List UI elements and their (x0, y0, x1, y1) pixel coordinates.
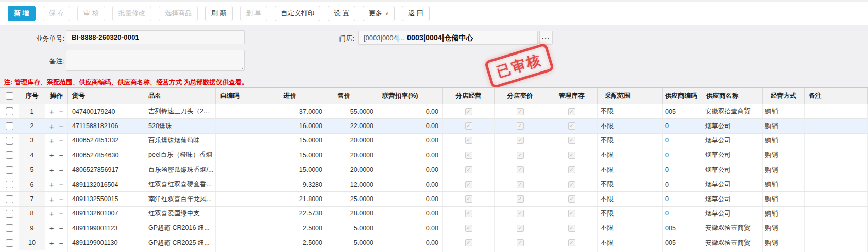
custom-code-cell (216, 104, 273, 118)
manage-inv-cell: ✓ (546, 134, 598, 148)
col-header-custom_code[interactable]: 自编码 (216, 88, 273, 104)
row-checkbox[interactable] (6, 195, 13, 203)
row-op-cell: +− (45, 177, 68, 191)
name-cell: GP超霸 CR2016 纽... (144, 221, 216, 235)
minus-icon[interactable]: − (59, 195, 64, 203)
seq-cell: 7 (19, 192, 45, 206)
settings-button[interactable]: 设 置 (328, 6, 355, 21)
minus-icon[interactable]: − (59, 166, 64, 174)
branch-price-checkbox-checked: ✓ (517, 122, 524, 130)
table-row[interactable]: 1+−047400179240吉列锋速三刀头（2...37.000055.000… (0, 104, 868, 119)
plus-icon[interactable]: + (49, 107, 54, 115)
range-cell: 不限 (598, 221, 663, 235)
store-picker-button[interactable]: ··· (539, 31, 553, 45)
branch-price-cell: ✓ (495, 119, 546, 133)
sup-name-cell: 烟草公司 (703, 207, 763, 221)
table-row[interactable]: 7+−4891132550015南洋红双喜百年龙凤...21.800025.00… (0, 192, 868, 206)
plus-icon[interactable]: + (49, 181, 54, 188)
row-checkbox[interactable] (6, 137, 13, 145)
plus-icon[interactable]: + (49, 137, 54, 145)
row-checkbox[interactable] (6, 210, 13, 218)
select-all-checkbox[interactable] (6, 92, 13, 100)
table-row[interactable]: 8+−4891132601007红双喜爱国绿中支22.573028.00000.… (0, 207, 868, 221)
minus-icon[interactable]: − (59, 239, 64, 247)
plus-icon[interactable]: + (49, 166, 54, 174)
order-form: 业务单号: BI-8888-260320-0001 门店: [0003|0004… (0, 25, 868, 87)
table-row[interactable]: 4+−4806527854630peel百乐（橙味）香烟15.000020.00… (0, 148, 868, 163)
sup-code-cell: 0 (663, 177, 703, 191)
row-checkbox[interactable] (6, 166, 13, 174)
add-button[interactable]: 新 增 (8, 6, 36, 21)
row-checkbox[interactable] (6, 122, 13, 130)
business-no-label: 业务单号: (14, 34, 64, 43)
row-checkbox[interactable] (6, 224, 13, 232)
rate-cell: 0.00 (378, 207, 443, 221)
sale-cell: 55.0000 (327, 104, 378, 118)
refresh-button[interactable]: 刷 新 (205, 6, 233, 21)
manage-inv-checkbox-checked: ✓ (568, 181, 575, 188)
sup-name-cell: 烟草公司 (703, 192, 763, 206)
back-button[interactable]: 返 回 (402, 6, 430, 21)
table-row[interactable]: 2+−4711588182106520爆珠16.000022.00000.00✓… (0, 119, 868, 133)
plus-icon[interactable]: + (49, 195, 54, 203)
minus-icon[interactable]: − (59, 137, 64, 145)
plus-icon[interactable]: + (49, 151, 54, 159)
store-input[interactable]: [0003|0004|... 0003|0004|仓储中心 (358, 31, 538, 45)
minus-icon[interactable]: − (59, 181, 64, 188)
plus-icon[interactable]: + (49, 224, 54, 232)
minus-icon[interactable]: − (59, 107, 64, 115)
sale-cell: 5.0000 (327, 221, 378, 235)
table-row[interactable]: 6+−4891132016504红双喜红双喜硬盒香...9.328012.000… (0, 177, 868, 192)
branch-op-cell: ✓ (443, 221, 495, 235)
col-header-op[interactable]: 操作 (45, 88, 68, 104)
business-no-input[interactable]: BI-8888-260320-0001 (66, 30, 245, 44)
col-header-purchase[interactable]: 进价 (273, 88, 327, 104)
remark-cell (805, 104, 868, 118)
mode-cell: 购销 (763, 207, 805, 221)
item-no-cell: 4806527851332 (68, 134, 144, 148)
minus-icon[interactable]: − (59, 151, 64, 159)
resize-handle-icon[interactable] (239, 65, 243, 69)
col-header-range[interactable]: 采配范围 (598, 88, 663, 104)
seq-cell: 2 (19, 119, 45, 133)
col-header-branch_price[interactable]: 分店变价 (495, 88, 546, 104)
col-header-rate[interactable]: 联营扣率(%) (378, 88, 443, 104)
plus-icon[interactable]: + (49, 210, 54, 218)
table-row[interactable]: 9+−4891199001123GP超霸 CR2016 纽...2.50005.… (0, 221, 868, 236)
col-header-mode[interactable]: 经营方式 (763, 88, 805, 104)
branch-price-checkbox-checked: ✓ (517, 195, 524, 203)
col-header-name[interactable]: 品名 (144, 88, 216, 104)
sup-code-cell: 0 (663, 192, 703, 206)
minus-icon[interactable]: − (59, 210, 64, 218)
table-row[interactable]: 3+−4806527851332百乐爆珠烟葡萄味15.000020.00000.… (0, 134, 868, 148)
row-checkbox[interactable] (6, 107, 13, 115)
range-cell: 不限 (598, 134, 663, 148)
row-checkbox[interactable] (6, 151, 13, 159)
col-header-item_no[interactable]: 货号 (68, 88, 144, 104)
row-op-cell: +− (45, 236, 68, 250)
remark-textarea[interactable] (66, 50, 245, 71)
plus-icon[interactable]: + (49, 239, 54, 247)
table-row[interactable]: 10+−4891199001130GP超霸 CR2025 纽...2.50005… (0, 236, 868, 250)
branch-op-cell: ✓ (443, 207, 495, 221)
table-row[interactable]: 5+−4806527856917百乐哈密瓜爆珠香烟/...15.000020.0… (0, 163, 868, 177)
col-header-sup_code[interactable]: 供应商编码 (663, 88, 703, 104)
branch-op-checkbox-checked: ✓ (465, 108, 472, 115)
col-header-seq[interactable]: 序号 (19, 88, 45, 104)
custom-print-button[interactable]: 自定义打印 (275, 6, 320, 21)
minus-icon[interactable]: − (59, 224, 64, 232)
col-header-manage_inv[interactable]: 管理库存 (546, 88, 598, 104)
branch-price-checkbox-checked: ✓ (517, 108, 524, 115)
manage-inv-checkbox-checked: ✓ (568, 210, 575, 217)
col-header-sale[interactable]: 售价 (327, 88, 378, 104)
sup-code-cell: 0 (663, 148, 703, 162)
col-header-branch_op[interactable]: 分店经营 (443, 88, 495, 104)
row-checkbox[interactable] (6, 239, 13, 247)
plus-icon[interactable]: + (49, 122, 54, 130)
col-header-remark[interactable]: 备注 (805, 88, 868, 104)
more-button[interactable]: 更多∨ (363, 6, 395, 21)
row-checkbox[interactable] (6, 181, 13, 188)
col-header-sup_name[interactable]: 供应商名称 (703, 88, 763, 104)
item-no-cell: 4891199001130 (68, 236, 144, 250)
minus-icon[interactable]: − (59, 122, 64, 130)
